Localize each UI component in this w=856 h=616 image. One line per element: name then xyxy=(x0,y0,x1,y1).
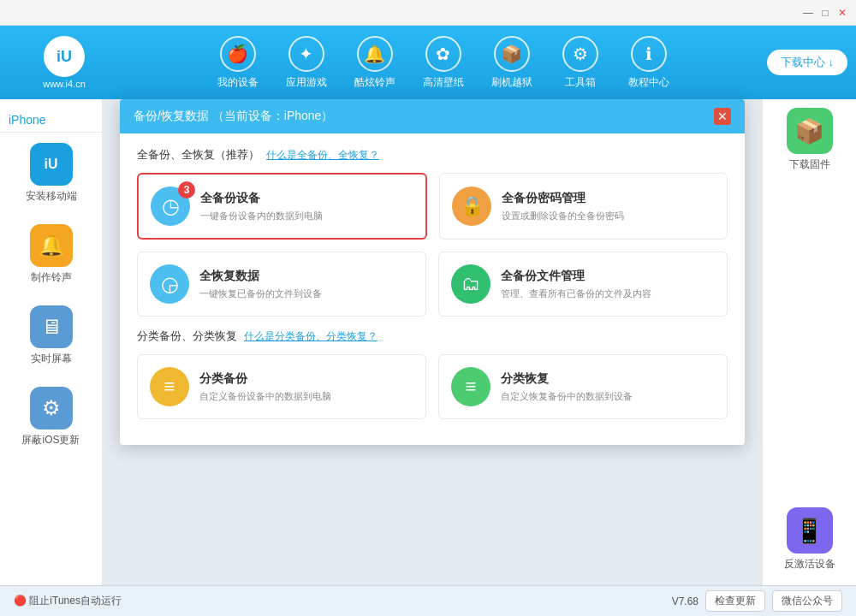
full-restore-desc: 一键恢复已备份的文件到设备 xyxy=(199,287,413,300)
right-sidebar: 📦 下载固件 📱 反激活设备 xyxy=(762,99,856,585)
full-restore-text: 全恢复数据 一键恢复已备份的文件到设备 xyxy=(199,269,413,300)
section1-label: 全备份、全恢复（推荐） xyxy=(137,147,259,163)
wechat-button[interactable]: 微信公众号 xyxy=(772,590,842,612)
full-backup-pw-card[interactable]: 🔒 全备份密码管理 设置或删除设备的全备份密码 xyxy=(439,173,728,240)
logo-url: www.i4.cn xyxy=(43,79,86,89)
nav-label: 教程中心 xyxy=(628,75,669,90)
full-backup-title: 全备份设备 xyxy=(200,191,413,206)
category-restore-icon: ≡ xyxy=(451,367,490,406)
nav-label: 高清壁纸 xyxy=(423,75,464,90)
header: iU www.i4.cn 🍎 我的设备 ✦ 应用游戏 🔔 酷炫铃声 ✿ 高清壁纸… xyxy=(0,26,856,99)
sidebar-label-2: 实时屏幕 xyxy=(31,352,72,366)
category-restore-desc: 自定义恢复备份中的数据到设备 xyxy=(501,390,715,403)
left-sidebar: iPhone iU 安装移动端 🔔 制作铃声 🖥 实时屏幕 ⚙ 屏蔽iOS更新 xyxy=(0,99,103,585)
sidebar-label-1: 制作铃声 xyxy=(31,270,72,285)
sidebar-icon-0: iU xyxy=(30,143,73,186)
nav-label: 我的设备 xyxy=(217,75,259,90)
modal-body: 全备份、全恢复（推荐） 什么是全备份、全恢复？ ◷ 3 全备份设备 xyxy=(120,133,745,445)
full-backup-desc: 一键备份设备内的数据到电脑 xyxy=(200,210,413,222)
nav-item-高清壁纸[interactable]: ✿ 高清壁纸 xyxy=(413,36,473,90)
nav-icon: ✦ xyxy=(288,36,324,72)
nav-item-我的设备[interactable]: 🍎 我的设备 xyxy=(208,36,268,90)
minimize-button[interactable]: — xyxy=(801,6,815,20)
status-right: V7.68 检查更新 微信公众号 xyxy=(672,590,842,612)
check-update-button[interactable]: 检查更新 xyxy=(705,590,765,612)
deactivate-device-icon: 📱 xyxy=(787,507,833,554)
itunes-status: 🔴 阻止iTunes自动运行 xyxy=(14,594,122,608)
nav-label: 工具箱 xyxy=(565,75,596,90)
device-tab[interactable]: iPhone xyxy=(0,108,102,133)
sidebar-item-1[interactable]: 🔔 制作铃声 xyxy=(0,214,102,295)
nav-icon: ⚙ xyxy=(562,36,598,72)
full-backup-pw-text: 全备份密码管理 设置或删除设备的全备份密码 xyxy=(502,191,715,222)
nav-item-教程中心[interactable]: ℹ 教程中心 xyxy=(619,36,679,90)
sidebar-item-2[interactable]: 🖥 实时屏幕 xyxy=(0,295,102,376)
nav-label: 酷炫铃声 xyxy=(354,75,395,90)
nav-label: 刷机越狱 xyxy=(491,75,532,90)
deactivate-device-label: 反激活设备 xyxy=(784,557,835,572)
section3-cards: ≡ 分类备份 自定义备份设备中的数据到电脑 ≡ 分类恢复 自定义恢复备份中的数据… xyxy=(137,354,728,419)
statusbar: 🔴 阻止iTunes自动运行 V7.68 检查更新 微信公众号 xyxy=(0,585,856,616)
sidebar-icon-2: 🖥 xyxy=(30,305,73,348)
close-button[interactable]: ✕ xyxy=(835,6,849,20)
logo-area: iU www.i4.cn xyxy=(9,36,120,89)
file-mgr-card[interactable]: 🗂 全备份文件管理 管理、查看所有已备份的文件及内容 xyxy=(438,252,728,317)
file-mgr-text: 全备份文件管理 管理、查看所有已备份的文件及内容 xyxy=(501,269,715,300)
nav-item-工具箱[interactable]: ⚙ 工具箱 xyxy=(550,36,610,90)
section1-title: 全备份、全恢复（推荐） 什么是全备份、全恢复？ xyxy=(137,147,728,163)
nav-icon: ℹ xyxy=(631,36,667,72)
category-restore-text: 分类恢复 自定义恢复备份中的数据到设备 xyxy=(501,371,715,403)
category-restore-card[interactable]: ≡ 分类恢复 自定义恢复备份中的数据到设备 xyxy=(438,354,728,419)
full-backup-pw-icon: 🔒 xyxy=(452,187,491,226)
full-backup-icon-wrap: ◷ 3 xyxy=(151,187,190,226)
category-backup-desc: 自定义备份设备中的数据到电脑 xyxy=(199,390,413,403)
nav-item-刷机越狱[interactable]: 📦 刷机越狱 xyxy=(482,36,542,90)
download-firmware-icon: 📦 xyxy=(787,108,833,154)
badge-count: 3 xyxy=(178,181,195,198)
full-backup-pw-desc: 设置或删除设备的全备份密码 xyxy=(502,210,715,222)
full-backup-pw-title: 全备份密码管理 xyxy=(502,191,715,206)
category-restore-title: 分类恢复 xyxy=(501,371,715,387)
file-mgr-title: 全备份文件管理 xyxy=(501,269,715,284)
category-backup-title: 分类备份 xyxy=(199,371,413,387)
category-backup-icon: ≡ xyxy=(150,367,189,406)
category-backup-card[interactable]: ≡ 分类备份 自定义备份设备中的数据到电脑 xyxy=(137,354,426,419)
nav-item-应用游戏[interactable]: ✦ 应用游戏 xyxy=(276,36,336,90)
section1-cards: ◷ 3 全备份设备 一键备份设备内的数据到电脑 🔒 xyxy=(137,173,728,240)
nav-icon: 🍎 xyxy=(220,36,256,72)
maximize-button[interactable]: □ xyxy=(818,6,832,20)
section3-link[interactable]: 什么是分类备份、分类恢复？ xyxy=(244,329,377,344)
download-firmware-label: 下载固件 xyxy=(789,157,830,172)
sidebar-label-3: 屏蔽iOS更新 xyxy=(21,433,80,447)
nav-icon: ✿ xyxy=(425,36,461,72)
nav-bar: 🍎 我的设备 ✦ 应用游戏 🔔 酷炫铃声 ✿ 高清壁纸 📦 刷机越狱 ⚙ 工具箱… xyxy=(120,36,767,90)
category-backup-text: 分类备份 自定义备份设备中的数据到电脑 xyxy=(199,371,413,403)
file-mgr-icon: 🗂 xyxy=(451,264,490,304)
modal-overlay: 备份/恢复数据 （当前设备：iPhone） ✕ 全备份、全恢复（推荐） 什么是全… xyxy=(103,99,762,585)
deactivate-device-item[interactable]: 📱 反激活设备 xyxy=(784,507,835,572)
sidebar-icon-3: ⚙ xyxy=(30,387,73,429)
nav-item-酷炫铃声[interactable]: 🔔 酷炫铃声 xyxy=(345,36,405,90)
download-firmware-item[interactable]: 📦 下载固件 xyxy=(787,108,833,172)
file-mgr-desc: 管理、查看所有已备份的文件及内容 xyxy=(501,287,715,300)
nav-icon: 🔔 xyxy=(357,36,393,72)
full-restore-icon: ◶ xyxy=(150,264,189,304)
modal-header: 备份/恢复数据 （当前设备：iPhone） ✕ xyxy=(120,99,745,133)
sidebar-label-0: 安装移动端 xyxy=(26,189,77,204)
full-restore-card[interactable]: ◶ 全恢复数据 一键恢复已备份的文件到设备 xyxy=(137,252,426,317)
main-area: iPhone iU 安装移动端 🔔 制作铃声 🖥 实时屏幕 ⚙ 屏蔽iOS更新 … xyxy=(0,99,856,585)
full-backup-text: 全备份设备 一键备份设备内的数据到电脑 xyxy=(200,191,413,222)
modal-close-button[interactable]: ✕ xyxy=(714,108,731,125)
section1-link[interactable]: 什么是全备份、全恢复？ xyxy=(266,148,379,163)
sidebar-item-3[interactable]: ⚙ 屏蔽iOS更新 xyxy=(0,376,102,458)
nav-icon: 📦 xyxy=(494,36,530,72)
section2-cards: ◶ 全恢复数据 一键恢复已备份的文件到设备 🗂 全备份文件管理 管理、查看所有已… xyxy=(137,252,728,317)
titlebar: — □ ✕ xyxy=(0,0,856,26)
full-backup-card[interactable]: ◷ 3 全备份设备 一键备份设备内的数据到电脑 xyxy=(137,173,427,240)
modal-title: 备份/恢复数据 （当前设备：iPhone） xyxy=(134,109,333,124)
full-restore-title: 全恢复数据 xyxy=(199,269,413,284)
download-center-button[interactable]: 下载中心 ↓ xyxy=(767,50,847,75)
content-area: 备份/恢复数据 （当前设备：iPhone） ✕ 全备份、全恢复（推荐） 什么是全… xyxy=(103,99,762,585)
version-label: V7.68 xyxy=(672,595,698,607)
sidebar-item-0[interactable]: iU 安装移动端 xyxy=(0,133,102,214)
